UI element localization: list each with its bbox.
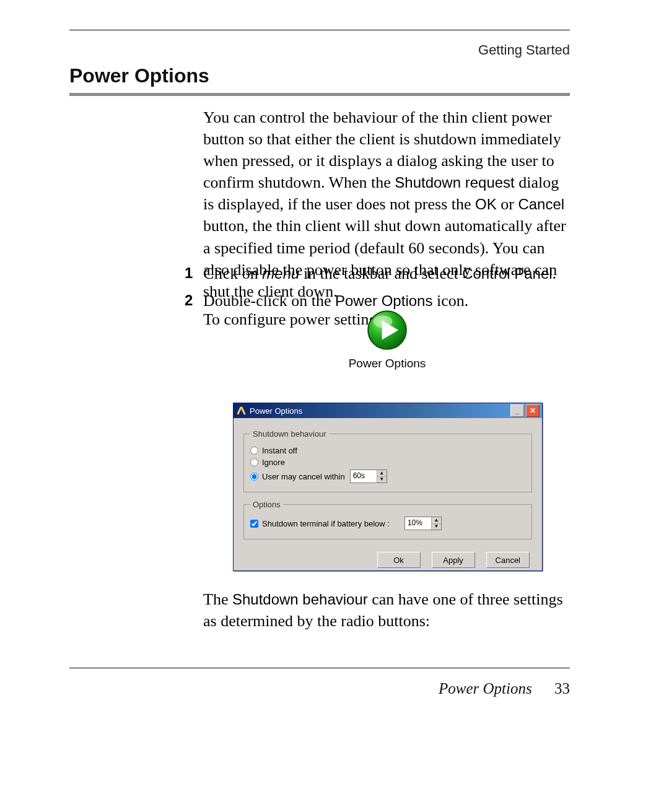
spin-down-icon[interactable]: ▼ (377, 477, 387, 483)
radio-cancel-row[interactable]: User may cancel within 60s ▲ ▼ (250, 469, 525, 483)
step1-b: in the taskbar and select (299, 264, 462, 282)
document-page: Getting Started Power Options You can co… (0, 0, 669, 812)
running-head: Getting Started (478, 42, 570, 58)
heading-rule (69, 93, 570, 96)
close-button[interactable]: ✕ (526, 404, 540, 417)
options-group: Options Shutdown terminal if battery bel… (243, 500, 532, 539)
group-legend: Shutdown behaviour (250, 429, 329, 439)
term-ok: OK (475, 196, 497, 212)
group-legend: Options (250, 500, 283, 509)
term-menu: menu (262, 265, 299, 282)
dialog-titlebar[interactable]: Power Options _ ✕ (234, 403, 542, 418)
cancel-timeout-spinner[interactable]: 60s ▲ ▼ (350, 469, 387, 483)
cancel-timeout-value[interactable]: 60s (351, 470, 377, 482)
term-power-options: Power Options (335, 292, 432, 309)
dialog-title: Power Options (250, 406, 509, 416)
spin-up-icon[interactable]: ▲ (432, 517, 441, 524)
after-a: The (203, 590, 232, 608)
battery-shutdown-row[interactable]: Shutdown terminal if battery below : 10%… (250, 517, 525, 530)
radio-instant-off[interactable] (250, 447, 258, 455)
step2-b: icon. (432, 292, 468, 310)
intro-part-c: or (497, 195, 518, 213)
radio-user-cancel[interactable] (250, 473, 258, 481)
radio-user-cancel-label: User may cancel within (262, 472, 345, 481)
dialog-body: Shutdown behaviour Instant off Ignore Us… (234, 418, 542, 574)
radio-ignore-row[interactable]: Ignore (250, 458, 525, 467)
step-number: 1 (185, 261, 203, 286)
step-number: 2 (185, 289, 203, 313)
top-rule (69, 30, 570, 30)
radio-instant-off-row[interactable]: Instant off (250, 446, 525, 455)
term-cancel: Cancel (518, 196, 564, 212)
apply-button[interactable]: Apply (432, 552, 475, 568)
icon-label: Power Options (344, 357, 431, 370)
spin-down-icon[interactable]: ▼ (432, 524, 441, 530)
power-options-icon-block: Power Options (344, 308, 431, 370)
page-footer: Power Options 33 (439, 680, 570, 697)
ok-button[interactable]: Ok (377, 552, 421, 568)
battery-shutdown-checkbox[interactable] (250, 520, 258, 528)
radio-instant-off-label: Instant off (262, 446, 297, 455)
step-1: 1 Click on menu in the taskbar and selec… (185, 261, 569, 286)
minimize-button[interactable]: _ (510, 404, 524, 417)
term-shutdown-request: Shutdown request (395, 174, 514, 191)
term-control-panel: Control Panel (462, 265, 552, 282)
radio-ignore-label: Ignore (262, 458, 285, 467)
power-options-dialog: Power Options _ ✕ Shutdown behaviour Ins… (233, 403, 543, 571)
dialog-button-row: Ok Apply Cancel (243, 547, 532, 568)
closing-paragraph: The Shutdown behaviour can have one of t… (203, 588, 569, 632)
battery-shutdown-label: Shutdown terminal if battery below : (262, 519, 390, 528)
step1-c: . (553, 264, 557, 282)
term-shutdown-behaviour: Shutdown behaviour (232, 591, 368, 608)
cancel-button[interactable]: Cancel (486, 552, 530, 568)
step1-a: Click on (203, 264, 262, 282)
step2-a: Double-click on the (203, 292, 335, 310)
tools-icon (237, 406, 246, 415)
battery-threshold-value[interactable]: 10% (405, 517, 431, 530)
battery-threshold-spinner[interactable]: 10% ▲ ▼ (404, 517, 442, 530)
section-heading: Power Options (69, 64, 209, 87)
play-icon (344, 308, 431, 352)
radio-ignore[interactable] (250, 458, 258, 466)
spin-up-icon[interactable]: ▲ (377, 470, 387, 477)
shutdown-behaviour-group: Shutdown behaviour Instant off Ignore Us… (243, 429, 532, 492)
footer-section: Power Options (439, 680, 532, 697)
page-number: 33 (554, 680, 570, 697)
bottom-rule (69, 668, 570, 668)
